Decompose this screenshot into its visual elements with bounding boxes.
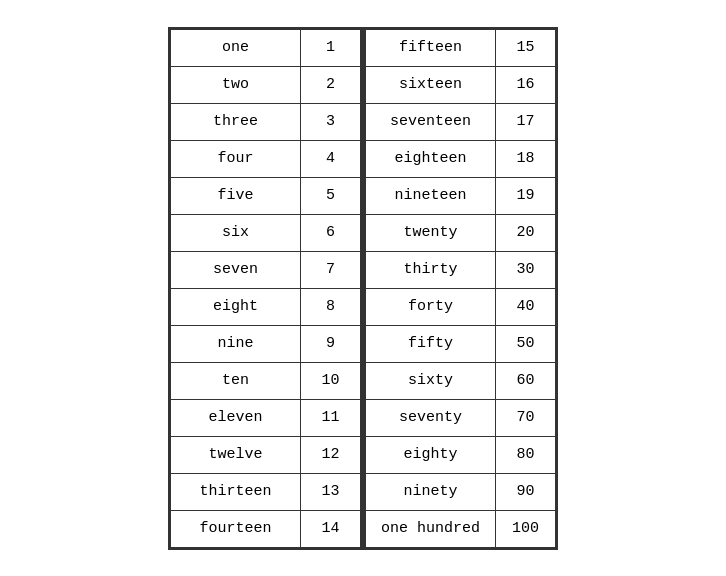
table-row: six6 [171,214,361,251]
table-row: one hundred100 [366,510,556,547]
word-cell: seven [171,251,301,288]
number-cell: 4 [301,140,361,177]
number-cell: 18 [496,140,556,177]
number-cell: 1 [301,29,361,66]
number-cell: 5 [301,177,361,214]
number-cell: 40 [496,288,556,325]
word-cell: thirty [366,251,496,288]
number-cell: 20 [496,214,556,251]
word-cell: eleven [171,399,301,436]
number-cell: 9 [301,325,361,362]
number-cell: 16 [496,66,556,103]
tables-container: one1two2three3four4five5six6seven7eight8… [168,27,558,550]
word-cell: eighty [366,436,496,473]
word-cell: nineteen [366,177,496,214]
word-cell: nine [171,325,301,362]
word-cell: seventy [366,399,496,436]
number-cell: 80 [496,436,556,473]
table-row: twelve12 [171,436,361,473]
word-cell: sixty [366,362,496,399]
table-row: one1 [171,29,361,66]
word-cell: three [171,103,301,140]
number-cell: 6 [301,214,361,251]
table-row: sixty60 [366,362,556,399]
number-cell: 12 [301,436,361,473]
table-row: forty40 [366,288,556,325]
table-row: two2 [171,66,361,103]
word-cell: ninety [366,473,496,510]
word-cell: four [171,140,301,177]
table-row: eighty80 [366,436,556,473]
table-row: five5 [171,177,361,214]
number-cell: 100 [496,510,556,547]
number-cell: 70 [496,399,556,436]
table-row: nineteen19 [366,177,556,214]
table-row: nine9 [171,325,361,362]
word-cell: twenty [366,214,496,251]
number-cell: 50 [496,325,556,362]
table-row: sixteen16 [366,66,556,103]
number-cell: 3 [301,103,361,140]
table-row: thirty30 [366,251,556,288]
right-table: fifteen15sixteen16seventeen17eighteen18n… [365,29,556,548]
word-cell: seventeen [366,103,496,140]
table-row: three3 [171,103,361,140]
word-cell: fifty [366,325,496,362]
word-cell: ten [171,362,301,399]
number-cell: 30 [496,251,556,288]
number-cell: 14 [301,510,361,547]
number-cell: 2 [301,66,361,103]
word-cell: one [171,29,301,66]
left-table: one1two2three3four4five5six6seven7eight8… [170,29,361,548]
number-cell: 10 [301,362,361,399]
number-cell: 90 [496,473,556,510]
word-cell: sixteen [366,66,496,103]
number-cell: 7 [301,251,361,288]
word-cell: forty [366,288,496,325]
word-cell: twelve [171,436,301,473]
word-cell: two [171,66,301,103]
number-cell: 19 [496,177,556,214]
word-cell: six [171,214,301,251]
number-cell: 11 [301,399,361,436]
table-row: ten10 [171,362,361,399]
number-cell: 13 [301,473,361,510]
table-row: eleven11 [171,399,361,436]
number-cell: 15 [496,29,556,66]
table-row: seven7 [171,251,361,288]
table-row: fourteen14 [171,510,361,547]
table-row: ninety90 [366,473,556,510]
table-row: fifty50 [366,325,556,362]
table-row: thirteen13 [171,473,361,510]
table-row: eighteen18 [366,140,556,177]
number-cell: 17 [496,103,556,140]
table-row: twenty20 [366,214,556,251]
table-row: eight8 [171,288,361,325]
word-cell: one hundred [366,510,496,547]
word-cell: thirteen [171,473,301,510]
number-cell: 8 [301,288,361,325]
table-row: seventy70 [366,399,556,436]
word-cell: eight [171,288,301,325]
word-cell: fifteen [366,29,496,66]
table-row: four4 [171,140,361,177]
word-cell: eighteen [366,140,496,177]
word-cell: fourteen [171,510,301,547]
table-row: fifteen15 [366,29,556,66]
word-cell: five [171,177,301,214]
number-cell: 60 [496,362,556,399]
table-row: seventeen17 [366,103,556,140]
